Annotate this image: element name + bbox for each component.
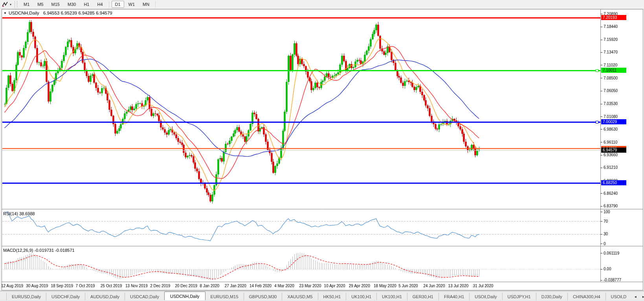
timeframe-button-D1[interactable]: D1	[112, 1, 124, 8]
price-tick-label: 7.03530	[604, 102, 618, 106]
price-tick-label: 6.93660	[604, 153, 618, 157]
price-level-label: 7.20193	[601, 15, 626, 20]
price-tick-label: 7.01080	[604, 114, 618, 119]
rsi-scale-label: 100	[604, 210, 610, 214]
toolbar-grip[interactable]	[15, 1, 17, 7]
price-level-label: 7.00029	[601, 119, 626, 124]
price-tick-label: 7.06050	[604, 89, 618, 93]
timeframe-button-M15[interactable]: M15	[48, 1, 63, 8]
time-axis[interactable]	[0, 282, 644, 290]
date-tick-label: 31 Jul 2020	[473, 284, 494, 288]
date-tick-label: 29 Apr 2020	[349, 284, 370, 288]
timeframe-buttons: M1M5M15M30H1H4D1W1MN	[20, 1, 158, 8]
tabs-scroll-left-icon[interactable]: ◄	[631, 293, 639, 301]
date-tick-label: 25 Oct 2019	[101, 284, 122, 288]
date-tick-label: 13 Jul 2020	[448, 284, 469, 288]
symbol-tab-UK100H1[interactable]: UK100,H1	[376, 293, 407, 301]
chart-canvas[interactable]	[0, 0, 644, 301]
timeframe-button-W1[interactable]: W1	[125, 1, 139, 8]
price-tick-label: 6.96110	[604, 140, 617, 144]
macd-indicator-label: MACD(12,26,9) -0.019731 -0.018571	[3, 248, 75, 253]
price-level-label: 7.10011	[601, 68, 626, 73]
macd-scale-label: 0.00	[604, 267, 611, 271]
date-tick-label: 18 Sep 2019	[51, 284, 73, 288]
symbol-tab-CHINA300H4[interactable]: CHINA300,H4	[567, 293, 605, 301]
timeframe-button-M5[interactable]: M5	[34, 1, 47, 8]
symbol-tab-FRA40H1[interactable]: FRA40,H1	[439, 293, 469, 301]
date-tick-label: 10 Apr 2020	[324, 284, 345, 288]
symbol-tab-HK50H1[interactable]: HK50,H1	[318, 293, 346, 301]
price-tick-label: 6.91210	[604, 165, 618, 170]
date-tick-label: 8 Jan 2020	[200, 284, 220, 288]
symbol-tab-DJ30Daily[interactable]: DJ30,Daily	[536, 293, 567, 301]
date-tick-label: 2 Dec 2019	[150, 284, 170, 288]
macd-scale-label: -0.038777	[604, 278, 621, 282]
date-tick-label: 20 Dec 2019	[175, 284, 197, 288]
rsi-indicator-label: RSI(14) 38.6988	[3, 211, 35, 216]
date-tick-label: 14 Feb 2020	[250, 284, 272, 288]
price-tick-label: 7.13470	[604, 50, 618, 54]
symbol-tab-USDCNHDaily[interactable]: USDCNH,Daily	[164, 292, 205, 301]
tabs-scroll-right-icon[interactable]: ►	[639, 293, 644, 301]
symbol-tab-USOilDaily[interactable]: USOil,Daily	[469, 293, 502, 301]
chart-collapse-icon[interactable]: ▼	[4, 11, 7, 15]
date-tick-label: 24 Jun 2020	[423, 284, 445, 288]
symbol-tab-UK100H1[interactable]: UK100,H1	[346, 293, 376, 301]
date-tick-label: 5 Jun 2020	[398, 284, 418, 288]
chart-ohlc-values: 6.94553 6.95239 6.94285 6.94579	[43, 11, 112, 15]
timeframe-button-H4[interactable]: H4	[94, 1, 106, 8]
price-tick-label: 6.83790	[604, 204, 618, 208]
date-tick-label: 12 Aug 2019	[1, 284, 23, 288]
symbol-tab-USDCHFDaily[interactable]: USDCHF,Daily	[46, 293, 85, 301]
rsi-scale-label: 30	[604, 232, 608, 236]
price-level-label: 6.88250	[601, 180, 626, 185]
mt4-terminal: { "toolbar": { "dropdown_icon": "▾", "ti…	[0, 0, 644, 301]
chart-symbol-period: USDCNH,Daily	[9, 11, 39, 15]
toolbar-separator	[109, 1, 109, 7]
date-tick-label: 27 Jan 2020	[225, 284, 246, 288]
rsi-scale-label: 70	[604, 219, 608, 223]
price-tick-label: 7.08500	[604, 76, 618, 80]
price-tick-label: 6.86240	[604, 191, 618, 196]
rsi-scale-label: 0	[604, 242, 606, 246]
timeframe-button-H1[interactable]: H1	[80, 1, 93, 8]
price-tick-label: 7.15920	[604, 37, 618, 42]
date-tick-label: 23 Mar 2020	[299, 284, 321, 288]
price-tick-label: 7.11020	[604, 63, 617, 67]
timeframe-toolbar: ▾ M1M5M15M30H1H4D1W1MN	[0, 0, 644, 9]
current-price-label: 6.94579	[601, 148, 626, 153]
price-tick-label: 6.98630	[604, 127, 618, 131]
timeframe-button-M1[interactable]: M1	[20, 1, 33, 8]
timeframe-button-M30[interactable]: M30	[64, 1, 79, 8]
price-axis[interactable]	[600, 9, 644, 282]
symbol-tab-USOilD[interactable]: USOil,D	[605, 293, 632, 301]
chart-title: ▼USDCNH,Daily6.94553 6.95239 6.94285 6.9…	[4, 11, 112, 15]
date-tick-label: 18 May 2020	[374, 284, 396, 288]
macd-scale-label: 0.061119	[604, 251, 619, 255]
symbol-tab-GER30H1[interactable]: GER30,H1	[407, 293, 439, 301]
chart-tab-bar: ◄ ► EURUSD,DailyUSDCHF,DailyAUDUSD,Daily…	[0, 291, 644, 301]
date-tick-label: 4 Mar 2020	[274, 284, 294, 288]
price-tick-label: 7.18440	[604, 24, 618, 29]
chart-tool-dropdown-icon[interactable]: ▾	[10, 3, 11, 6]
symbol-tab-EURUSDDaily[interactable]: EURUSD,Daily	[6, 293, 46, 301]
date-tick-label: 13 Nov 2019	[125, 284, 148, 288]
date-tick-label: 7 Oct 2019	[76, 284, 95, 288]
chart-tool-icon[interactable]	[1, 1, 9, 8]
symbol-tab-AUDUSDDaily[interactable]: AUDUSD,Daily	[85, 293, 125, 301]
toolbar-separator	[155, 1, 156, 7]
symbol-tab-XAUUSDM5[interactable]: XAUUSD,M5	[282, 293, 317, 301]
symbol-tab-USDCADDaily[interactable]: USDCAD,Daily	[125, 293, 164, 301]
timeframe-button-MN[interactable]: MN	[139, 1, 153, 8]
symbol-tab-GBPUSDM30[interactable]: GBPUSD,M30	[244, 293, 282, 301]
date-tick-label: 30 Aug 2019	[26, 284, 48, 288]
symbol-tab-EURUSDM15[interactable]: EURUSD,M15	[205, 293, 244, 301]
symbol-tab-USDJPYH1[interactable]: USDJPY,H1	[502, 293, 536, 301]
